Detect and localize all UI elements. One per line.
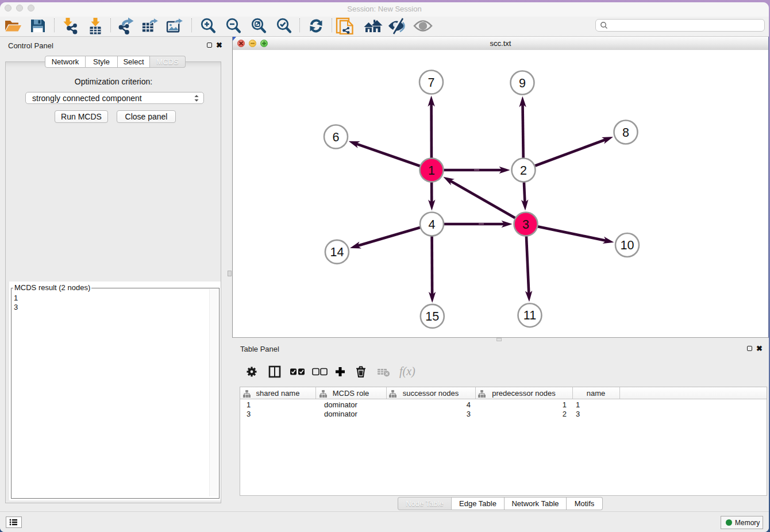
svg-text:f(x): f(x) bbox=[399, 365, 415, 378]
svg-text:1: 1 bbox=[428, 164, 435, 178]
svg-text:3: 3 bbox=[522, 218, 529, 232]
svg-text:10: 10 bbox=[621, 238, 634, 252]
svg-text:8: 8 bbox=[622, 126, 629, 140]
svg-text:9: 9 bbox=[519, 76, 526, 90]
svg-text:4: 4 bbox=[429, 218, 436, 232]
svg-text:6: 6 bbox=[333, 130, 340, 144]
svg-text:14: 14 bbox=[330, 245, 344, 259]
svg-text:15: 15 bbox=[425, 310, 439, 323]
svg-text:7: 7 bbox=[428, 76, 435, 90]
svg-text:11: 11 bbox=[523, 309, 536, 322]
svg-text:2: 2 bbox=[520, 164, 527, 178]
